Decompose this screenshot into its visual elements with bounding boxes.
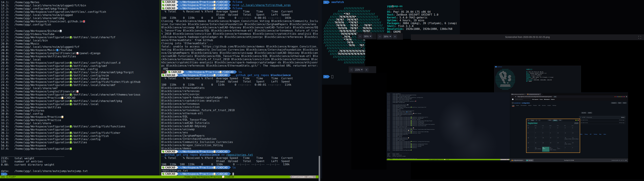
footer-link[interactable]: Blog — [600, 134, 601, 135]
image-viewer-content[interactable] — [351, 73, 386, 170]
calendar-view-month[interactable]: Month — [552, 120, 558, 121]
zoom-level-dropdown[interactable]: 38% — [363, 34, 372, 38]
tmux-pane-autojump[interactable]: 14.1:/home/ygg/Notes14.3:/home/ygg/.loca… — [0, 0, 160, 176]
calendar-control-button[interactable]: > — [538, 120, 540, 121]
calendar-day-cell[interactable]: 8 — [542, 132, 550, 137]
repo-tab[interactable]: Issues — [516, 105, 519, 106]
tab-close-icon[interactable]: × — [525, 94, 526, 95]
repo-action-button[interactable]: Star 0 — [618, 102, 622, 104]
autojump-entry: 17.3:/home/ygg/.local/bin — [388, 108, 434, 109]
calendar-view-week[interactable]: Week — [548, 120, 552, 121]
tab-close-icon[interactable]: × — [540, 94, 540, 95]
github-nav-item[interactable]: Explore — [551, 99, 554, 100]
calendar-day-cell[interactable]: 3015.6 °CMar.. 01:00 pm — [550, 147, 557, 152]
calendar-day-cell[interactable]: 24 — [557, 142, 564, 147]
github-nav-item[interactable]: Issues — [540, 99, 543, 100]
calendar-day-cell[interactable]: 13 — [527, 137, 534, 142]
github-nav-item[interactable]: Marketplace — [544, 99, 550, 100]
repo-button[interactable]: Go to file — [581, 112, 586, 114]
repo-tab[interactable]: Pull requests — [521, 105, 526, 106]
calendar-day-cell[interactable]: 28UTr.. 02:00 pm — [534, 147, 542, 152]
repo-tab[interactable]: Security — [542, 105, 546, 106]
calendar-day-cell[interactable]: 3 — [572, 147, 579, 152]
stat-key: 2134: — [388, 153, 392, 154]
terminal-line: Dload Upload Total Spent Left Speed — [161, 13, 318, 16]
footer-link[interactable]: API — [590, 134, 591, 135]
screenshot-viewer-window[interactable]: 14.1:/home/ygg/Notes14.3:/home/ygg/.loca… — [386, 92, 628, 162]
tmux-pane-git[interactable]: CADCAD~/Workspace/Practice/CADCADfcloneC… — [160, 0, 319, 176]
prompt-path: ~/Workspace/Practice/CADCAD — [178, 74, 229, 77]
zoom-in-button[interactable]: + — [393, 34, 397, 38]
autojump-entry: 20.0:/home/ygg/Workspace/LongtailFinanci… — [1, 52, 140, 55]
zoom-out-button[interactable]: − — [378, 34, 382, 38]
footer-link[interactable]: Training — [594, 134, 597, 135]
new-tab-button[interactable]: + — [541, 93, 544, 95]
repo-button[interactable]: Add file — [588, 112, 592, 114]
calendar-day-cell[interactable]: 12 — [572, 132, 579, 137]
calendar-day-cell[interactable]: 10 — [557, 132, 564, 137]
calendar-control-button[interactable]: + — [527, 120, 530, 121]
zoom-toolbar: − 21% + — [348, 66, 376, 73]
zoom-in-button[interactable]: + — [364, 68, 368, 72]
calendar-day-cell[interactable]: 17 — [557, 137, 564, 142]
terminal-line: 100 119k 0 119k 0 0 114k 0 --:--:-- 0:00… — [161, 83, 318, 86]
calendar-day-cell[interactable]: 3 — [557, 127, 564, 132]
repo-action-button[interactable]: Unwatch 1 — [611, 102, 617, 104]
calendar-day-cell[interactable]: 16 — [550, 137, 557, 142]
calendar-day-cell[interactable]: 11 — [564, 132, 572, 137]
fullscreen-icon[interactable] — [638, 36, 641, 38]
calendar-day-cell[interactable]: 6 — [527, 132, 534, 137]
calendar-day-cell[interactable]: 1 — [542, 127, 550, 132]
repo-tab[interactable]: Actions — [528, 105, 532, 106]
calendar-day-cell[interactable]: 27 — [527, 147, 534, 152]
zoom-out-button[interactable]: − — [349, 68, 353, 72]
calendar-day-cell[interactable]: 7 — [534, 132, 542, 137]
taskbar-status-icons: 4.2114.7 °C100% — [612, 160, 627, 161]
github-nav-item[interactable]: Pull requests — [532, 99, 538, 100]
repo-tab[interactable]: Settings — [552, 105, 556, 106]
calendar-day-cell[interactable]: 23 — [550, 142, 557, 147]
calendar-day-cell[interactable]: 25Kiss.. 11:00 am — [564, 142, 572, 147]
footer-link[interactable]: Pricing — [585, 134, 588, 135]
repo-tab[interactable]: Projects — [533, 105, 537, 106]
calendar-day-cell[interactable]: 30 — [527, 127, 534, 132]
repo-tab[interactable]: Wiki — [538, 105, 540, 106]
calendar-day-cell[interactable]: 19LAD.. 03:00 pm — [572, 137, 579, 142]
chevron-down-icon — [390, 36, 391, 37]
repo-action-button[interactable]: Fork 0 — [622, 102, 627, 104]
calendar-day-cell[interactable]: 4 — [564, 127, 572, 132]
tmux-status-bar: [0] 1:fish* /home/ygg/Workspace/Practice… — [0, 176, 320, 178]
entry-weight: 20.0: — [388, 115, 392, 116]
calendar-day-cell[interactable]: 21 — [534, 142, 542, 147]
taskbar-item-firefox: configuration/popos-... — [511, 160, 525, 161]
calendar-day-cell[interactable]: 2916.4 °C — [542, 147, 550, 152]
browser-tab[interactable]: BlockScience/cadCAD-O× — [511, 93, 526, 95]
powerline-arrow-icon — [176, 74, 178, 76]
scrollbar-thumb[interactable] — [319, 156, 320, 181]
calendar-control-button[interactable]: Today — [530, 120, 535, 121]
calendar-day-cell[interactable]: 14 — [534, 137, 542, 142]
calendar-day-cell[interactable]: 20 — [527, 142, 534, 147]
window-titlebar[interactable]: Screenshot from 2020-09-29 01-02-25.png — [411, 34, 644, 40]
calendar-day-cell[interactable]: 9 — [550, 132, 557, 137]
calendar-day-cell[interactable]: 22 — [542, 142, 550, 147]
repo-tab[interactable]: Code — [512, 105, 514, 106]
browser-tab[interactable]: configuration/popos-ga× — [526, 93, 541, 95]
calendar-day-cell[interactable]: 2 — [564, 147, 572, 152]
calendar-day-cell[interactable]: 15 — [542, 137, 550, 142]
zoom-level-dropdown[interactable]: 21% — [354, 68, 364, 72]
footer-link[interactable]: About — [604, 134, 606, 135]
zoom-out-button[interactable]: − — [358, 34, 362, 38]
calendar-day-cell[interactable]: 2 — [550, 127, 557, 132]
calendar-view-year[interactable]: Year — [558, 120, 562, 121]
calendar-day-cell[interactable]: 18Swea.. 01:30 pm — [564, 137, 572, 142]
calendar-control-button[interactable]: < — [535, 120, 538, 121]
terminal-scrollbar[interactable] — [318, 0, 320, 181]
calendar-day-cell[interactable]: 26 — [572, 142, 579, 147]
repo-tab[interactable]: Insights — [548, 105, 551, 106]
autojump-entry: 22.4:/home/ygg/Workspace/configuration/d… — [388, 122, 434, 123]
calendar-day-cell[interactable]: 5 — [572, 127, 579, 132]
calendar-day-cell[interactable]: 31 — [534, 127, 542, 132]
calendar-day-cell[interactable]: 116.2 °C — [557, 147, 564, 152]
zoom-level-dropdown[interactable]: 38% — [383, 34, 392, 38]
